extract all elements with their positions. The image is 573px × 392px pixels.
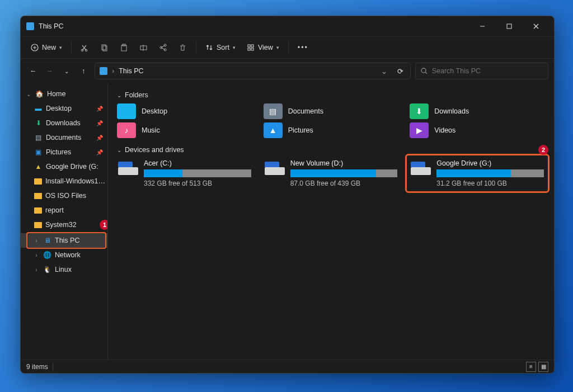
folder-downloads[interactable]: ⬇Downloads	[410, 103, 545, 119]
item-count: 9 items	[26, 363, 48, 371]
drive-g[interactable]: Google Drive (G:) 31.2 GB free of 100 GB…	[410, 158, 545, 188]
folder-desktop[interactable]: Desktop	[117, 103, 252, 119]
folder-pictures[interactable]: ▲Pictures	[264, 122, 399, 138]
address-bar[interactable]: › This PC ⌄ ⟳	[95, 63, 411, 79]
section-drives-header[interactable]: ⌄Devices and drives	[117, 146, 545, 154]
content-pane: ⌄Folders Desktop ▤Documents ⬇Downloads ♪…	[108, 83, 554, 360]
search-box[interactable]	[415, 63, 548, 79]
pictures-folder-icon: ▲	[264, 122, 283, 138]
view-button[interactable]: View ▾	[242, 39, 284, 56]
usage-bar	[290, 169, 398, 177]
pin-icon: 📌	[96, 135, 103, 141]
sort-button-label: Sort	[217, 44, 229, 51]
drive-icon	[265, 159, 285, 175]
forward-button[interactable]: →	[43, 64, 57, 78]
network-icon: 🌐	[43, 251, 51, 259]
svg-point-22	[421, 68, 426, 73]
folder-music[interactable]: ♪Music	[117, 122, 252, 138]
share-icon	[159, 44, 167, 52]
nav-arrows: ← → ⌄ ↑	[26, 64, 90, 78]
sidebar-this-pc[interactable]: › 🖥 This PC	[21, 233, 107, 248]
usage-bar	[436, 169, 544, 177]
maximize-button[interactable]	[497, 18, 522, 35]
rename-button[interactable]	[135, 39, 152, 56]
drive-d[interactable]: New Volume (D:) 87.0 GB free of 439 GB	[264, 158, 399, 188]
sort-button[interactable]: Sort ▾	[201, 39, 240, 56]
svg-rect-10	[103, 46, 107, 51]
documents-folder-icon: ▤	[264, 103, 283, 119]
pin-icon: 📌	[96, 106, 103, 112]
details-view-button[interactable]: ≡	[526, 362, 536, 372]
status-bar: 9 items ≡ ▦	[21, 360, 554, 373]
sidebar: ⌄ 🏠 Home ▬Desktop📌 ⬇Downloads📌 ▤Document…	[21, 83, 108, 360]
recent-dropdown[interactable]: ⌄	[60, 64, 73, 78]
window-controls	[470, 18, 548, 35]
minimize-button[interactable]	[470, 18, 495, 35]
drive-icon	[118, 159, 138, 175]
window-title: This PC	[39, 22, 63, 30]
refresh-button[interactable]: ⟳	[395, 67, 406, 75]
folders-grid: Desktop ▤Documents ⬇Downloads ♪Music ▲Pi…	[117, 103, 545, 138]
drives-grid: Acer (C:) 332 GB free of 513 GB New Volu…	[117, 158, 545, 188]
titlebar: This PC	[21, 16, 554, 36]
delete-button[interactable]	[174, 39, 191, 56]
share-button[interactable]	[154, 39, 172, 56]
annotation-badge-1: 1	[100, 220, 108, 230]
sidebar-item-pictures[interactable]: ▣Pictures📌	[21, 145, 107, 159]
sidebar-item-system32[interactable]: System32 1	[21, 218, 107, 232]
downloads-folder-icon: ⬇	[410, 103, 429, 119]
sidebar-home[interactable]: ⌄ 🏠 Home	[21, 87, 107, 101]
sidebar-item-desktop[interactable]: ▬Desktop📌	[21, 101, 107, 116]
svg-rect-21	[251, 48, 253, 50]
rename-icon	[139, 44, 148, 52]
new-button[interactable]: New ▾	[26, 39, 67, 56]
sidebar-item-downloads[interactable]: ⬇Downloads📌	[21, 116, 107, 130]
search-input[interactable]	[432, 67, 543, 75]
linux-icon: 🐧	[43, 266, 51, 274]
pc-icon: 🖥	[43, 237, 51, 245]
search-icon	[420, 67, 428, 75]
section-folders-header[interactable]: ⌄Folders	[117, 91, 545, 99]
folder-documents[interactable]: ▤Documents	[264, 103, 399, 119]
address-path: This PC	[119, 67, 143, 75]
documents-icon: ▤	[34, 134, 43, 142]
usage-bar	[144, 169, 251, 177]
more-button[interactable]: •••	[293, 39, 313, 56]
view-icon	[247, 44, 255, 51]
home-icon: 🏠	[35, 90, 44, 98]
drive-c[interactable]: Acer (C:) 332 GB free of 513 GB	[117, 158, 252, 188]
plus-circle-icon	[31, 44, 39, 51]
folder-icon	[34, 207, 42, 214]
sidebar-item-osiso[interactable]: OS ISO Files	[21, 188, 107, 203]
sidebar-item-install[interactable]: Install-Windows11B	[21, 174, 107, 188]
cut-icon	[81, 44, 89, 52]
cut-button[interactable]	[76, 39, 93, 56]
svg-line-23	[425, 72, 427, 74]
annotation-badge-2: 2	[538, 145, 548, 155]
folder-icon	[34, 222, 42, 228]
back-button[interactable]: ←	[26, 64, 40, 78]
paste-button[interactable]	[115, 39, 133, 56]
ellipsis-icon: •••	[298, 44, 308, 51]
sidebar-item-report[interactable]: report	[21, 203, 107, 218]
paste-icon	[120, 44, 128, 52]
pc-icon	[100, 67, 107, 75]
new-button-label: New	[42, 44, 56, 51]
copy-button[interactable]	[96, 39, 113, 56]
sidebar-network[interactable]: ›🌐Network	[21, 248, 107, 262]
tiles-view-button[interactable]: ▦	[538, 362, 548, 372]
up-button[interactable]: ↑	[77, 64, 90, 78]
music-folder-icon: ♪	[117, 122, 136, 138]
address-dropdown[interactable]: ⌄	[378, 67, 391, 75]
close-button[interactable]	[524, 18, 548, 35]
drive-icon: ▲	[34, 163, 43, 171]
pin-icon: 📌	[96, 120, 103, 126]
drive-icon	[411, 159, 431, 175]
pin-icon: 📌	[96, 149, 103, 155]
sidebar-item-documents[interactable]: ▤Documents📌	[21, 130, 107, 145]
downloads-icon: ⬇	[34, 119, 43, 127]
sidebar-item-google-drive[interactable]: ▲Google Drive (G:	[21, 159, 107, 174]
trash-icon	[179, 44, 187, 52]
folder-videos[interactable]: ▶Videos	[410, 122, 545, 138]
sidebar-linux[interactable]: ›🐧Linux	[21, 262, 107, 277]
